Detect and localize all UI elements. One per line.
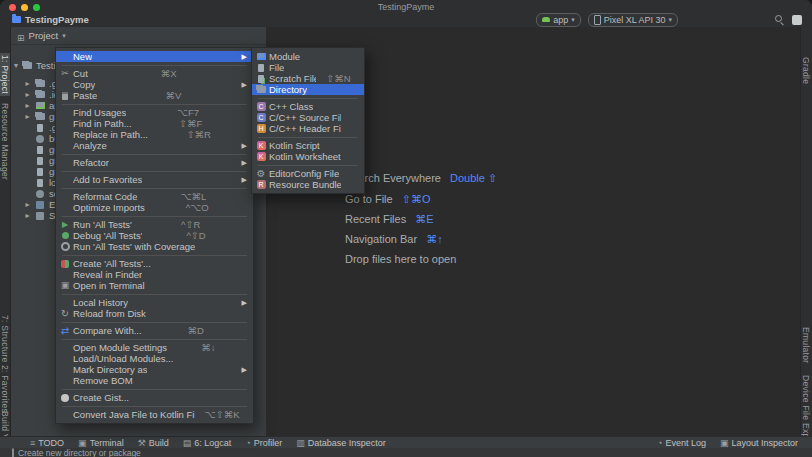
tool-window-button-profiler[interactable]: Profiler <box>245 438 282 448</box>
tool-window-button-database-inspector[interactable]: Database Inspector <box>296 438 386 448</box>
tree-node-icon <box>34 179 46 187</box>
submenu-item-file[interactable]: File ▶ <box>252 62 364 73</box>
menu-item-find-usages[interactable]: Find Usages ⌥F7 ▶ <box>56 107 253 118</box>
tree-chevron-icon[interactable] <box>24 200 31 209</box>
stripe-item-emulator[interactable]: Emulator <box>801 325 811 365</box>
tool-window-button-todo[interactable]: TODO <box>30 438 64 448</box>
tree-chevron-icon[interactable] <box>14 61 18 70</box>
tool-window-button-build[interactable]: Build <box>138 438 169 448</box>
submenu-item-c-c-source-file[interactable]: C/C++ Source File ▶ <box>252 112 364 123</box>
menu-item-optimize-imports[interactable]: Optimize Imports ^⌥O ▶ <box>56 202 253 213</box>
submenu-item-icon <box>255 53 267 60</box>
tool-window-icon <box>657 438 662 448</box>
menu-item-open-module-settings[interactable]: Open Module Settings ⌘↓ ▶ <box>56 342 253 353</box>
tool-window-button-layout-inspector[interactable]: Layout Inspector <box>720 438 798 448</box>
menu-item-open-in-terminal[interactable]: Open in Terminal ▶ <box>56 280 253 291</box>
menu-item-debug-all-tests[interactable]: Debug 'All Tests' ^⇧D ▶ <box>56 230 253 241</box>
menu-item-cut[interactable]: Cut ⌘X ▶ <box>56 68 253 79</box>
submenu-item-editorconfig-file[interactable]: EditorConfig File ▶ <box>252 168 364 179</box>
tree-chevron-icon[interactable] <box>24 101 31 110</box>
welcome-shortcut-navigation-bar: Navigation Bar ⌘↑ <box>345 233 443 246</box>
menu-item-local-history[interactable]: Local History ▶ <box>56 297 253 308</box>
tree-chevron-icon[interactable] <box>24 211 31 220</box>
tab-toolbar-row: TestingPayme app ▾ Pixel XL API 30 ▾ <box>0 12 812 28</box>
titlebar: TestingPayme <box>0 0 812 12</box>
tool-window-button-event-log[interactable]: Event Log <box>657 438 706 448</box>
menu-item-replace-in-path[interactable]: Replace in Path... ⇧⌘R ▶ <box>56 129 253 140</box>
menu-item-load-unload-modules[interactable]: Load/Unload Modules... ▶ <box>56 353 253 364</box>
menu-item-icon <box>59 281 71 290</box>
submenu-item-c-c-header-file[interactable]: C/C++ Header File ▶ <box>252 123 364 134</box>
tool-window-button-terminal[interactable]: Terminal <box>78 438 124 448</box>
project-panel-title[interactable]: Project <box>29 30 59 41</box>
welcome-shortcut-recent-files: Recent Files ⌘E <box>345 213 433 226</box>
menu-item-run-all-tests[interactable]: Run 'All Tests' ^⇧R ▶ <box>56 219 253 230</box>
menu-item-icon <box>59 326 71 336</box>
tree-node-icon <box>34 201 46 209</box>
menu-item-reformat-code[interactable]: Reformat Code ⌥⌘L ▶ <box>56 191 253 202</box>
submenu-arrow-icon: ▶ <box>242 142 247 150</box>
chevron-down-icon[interactable]: ▾ <box>62 32 66 40</box>
stripe-item-gradle[interactable]: Gradle <box>801 55 811 86</box>
menu-item-icon <box>59 309 71 319</box>
tree-node-icon <box>34 102 46 109</box>
project-tool-window-tab[interactable]: TestingPayme <box>8 13 93 26</box>
menu-item-convert-java-file-to-kotlin-file[interactable]: Convert Java File to Kotlin File ⌥⇧⌘K ▶ <box>56 409 253 420</box>
stripe-item-1-project[interactable]: 1: Project <box>0 53 10 96</box>
menu-item-run-all-tests-with-coverage[interactable]: Run 'All Tests' with Coverage ▶ <box>56 241 253 252</box>
tree-node-icon <box>34 157 46 165</box>
submenu-item-kotlin-script[interactable]: Kotlin Script ▶ <box>252 140 364 151</box>
submenu-item-scratch-file[interactable]: Scratch File ⇧⌘N ▶ <box>252 73 364 84</box>
submenu-item-icon <box>255 113 267 122</box>
search-icon[interactable] <box>775 15 785 25</box>
stripe-item-resource-manager[interactable]: Resource Manager <box>0 101 10 182</box>
submenu-item-icon <box>255 86 267 93</box>
menu-item-mark-directory-as[interactable]: Mark Directory as ▶ <box>56 364 253 375</box>
tool-window-icon <box>245 438 250 448</box>
tree-chevron-icon[interactable] <box>24 112 31 121</box>
menu-item-find-in-path[interactable]: Find in Path... ⇧⌘F ▶ <box>56 118 253 129</box>
submenu-item-resource-bundle[interactable]: Resource Bundle ▶ <box>252 179 364 190</box>
submenu-item-icon <box>255 180 267 189</box>
menu-item-analyze[interactable]: Analyze ▶ <box>56 140 253 151</box>
submenu-item-icon <box>255 141 267 150</box>
menu-item-icon <box>59 394 71 402</box>
menu-item-copy[interactable]: Copy ▶ <box>56 79 253 90</box>
menu-item-new[interactable]: New ▶ <box>56 51 253 62</box>
submenu-item-module[interactable]: Module ▶ <box>252 51 364 62</box>
context-menu: New ▶ ▶ Cut ⌘X ▶ Copy ▶ Paste <box>55 47 254 424</box>
tool-window-icon <box>183 438 192 448</box>
run-config-label: app <box>553 15 568 25</box>
submenu-item-kotlin-worksheet[interactable]: Kotlin Worksheet ▶ <box>252 151 364 162</box>
stripe-item-2-favorites[interactable]: 2: Favorites <box>0 363 10 415</box>
welcome-shortcut-search-everywhere: Search Everywhere Double ⇧ <box>345 172 497 185</box>
stripe-item-7-structure[interactable]: 7: Structure <box>0 313 10 365</box>
project-folder-icon <box>12 16 21 23</box>
tree-node-icon <box>34 80 46 87</box>
tool-window-icon <box>78 438 87 448</box>
menu-item-remove-bom[interactable]: Remove BOM ▶ <box>56 375 253 386</box>
submenu-item-directory[interactable]: Directory ▶ <box>252 84 364 95</box>
menu-item-reveal-in-finder[interactable]: Reveal in Finder ▶ <box>56 269 253 280</box>
menu-item-icon <box>59 242 71 251</box>
tool-window-icon <box>138 438 146 448</box>
menu-item-refactor[interactable]: Refactor ▶ <box>56 157 253 168</box>
menu-item-create-gist[interactable]: Create Gist... ▶ <box>56 392 253 403</box>
menu-item-paste[interactable]: Paste ⌘V ▶ <box>56 90 253 101</box>
android-icon <box>542 17 550 22</box>
status-message: Create new directory or package <box>18 448 141 457</box>
device-select[interactable]: Pixel XL API 30 ▾ <box>588 13 678 27</box>
tree-chevron-icon[interactable] <box>24 79 31 88</box>
submenu-item-c-class[interactable]: C++ Class ▶ <box>252 101 364 112</box>
menu-item-icon <box>59 92 71 100</box>
tool-window-button-6-logcat[interactable]: 6: Logcat <box>183 438 232 448</box>
menu-item-compare-with[interactable]: Compare With... ⌘D ▶ <box>56 325 253 336</box>
tree-node-icon <box>34 212 46 220</box>
avatar[interactable] <box>792 15 802 25</box>
menu-item-add-to-favorites[interactable]: Add to Favorites ▶ <box>56 174 253 185</box>
chevron-down-icon: ▾ <box>571 16 575 24</box>
tree-chevron-icon[interactable] <box>24 90 31 99</box>
run-config-select[interactable]: app ▾ <box>536 13 581 27</box>
menu-item-create-all-tests[interactable]: Create 'All Tests'... ▶ <box>56 258 253 269</box>
menu-item-reload-from-disk[interactable]: Reload from Disk ▶ <box>56 308 253 319</box>
